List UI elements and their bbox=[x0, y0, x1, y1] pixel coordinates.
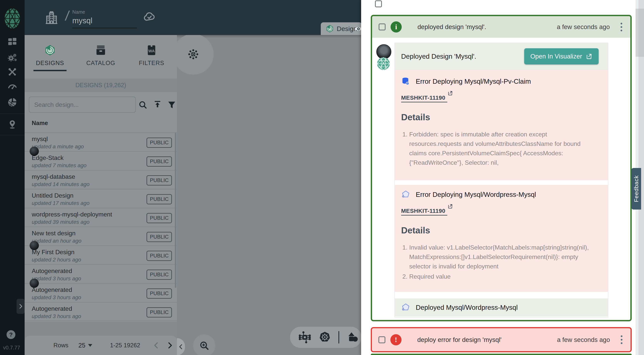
designs-table: mysql updated a minute ago PUBLIC Edge-S… bbox=[24, 132, 177, 321]
previous-page-button[interactable] bbox=[152, 341, 160, 349]
external-link-icon bbox=[447, 90, 453, 96]
meshery-avatar bbox=[377, 57, 390, 70]
design-spiral-icon bbox=[44, 44, 56, 56]
version-label: v0.7.77 bbox=[3, 345, 20, 351]
details-heading: Details bbox=[401, 112, 608, 122]
table-row[interactable]: Autogenerated updated 3 hours ago PUBLIC bbox=[24, 283, 177, 302]
zoom-in-button[interactable] bbox=[193, 334, 215, 355]
kubernetes-icon[interactable] bbox=[318, 331, 331, 344]
table-row[interactable]: Untitled Design updated 17 minutes ago P… bbox=[24, 189, 177, 208]
notification-detail: Deployed Design 'Mysql'. Open In Visuali… bbox=[372, 38, 630, 321]
shapes-icon[interactable] bbox=[346, 331, 359, 344]
lifecycle-gears-icon[interactable] bbox=[7, 52, 18, 63]
chevron-left-icon bbox=[178, 344, 184, 350]
notification-time: a few seconds ago bbox=[557, 23, 610, 31]
tab-catalog[interactable]: CATALOG bbox=[76, 35, 126, 79]
visibility-badge: PUBLIC bbox=[146, 175, 172, 185]
rows-per-page-select[interactable]: 25 bbox=[78, 342, 92, 349]
designs-panel: DESIGNS CATALOG WA FILTERS DESIGNS (19,2… bbox=[24, 35, 177, 355]
rows-label: Rows bbox=[54, 342, 68, 349]
notification-checkbox[interactable] bbox=[379, 24, 386, 31]
svg-text:WA: WA bbox=[148, 49, 154, 53]
filter-funnel-icon[interactable] bbox=[167, 100, 176, 110]
catalog-drawer-icon bbox=[95, 44, 107, 56]
tab-designs[interactable]: DESIGNS bbox=[24, 35, 76, 79]
visibility-badge: PUBLIC bbox=[146, 270, 172, 280]
performance-gauge-icon[interactable] bbox=[7, 81, 18, 92]
configuration-tools-icon[interactable] bbox=[7, 67, 18, 77]
notification-card-success: i deployed design 'mysql'. a few seconds… bbox=[371, 15, 632, 321]
search-row bbox=[24, 96, 177, 114]
design-canvas bbox=[177, 35, 361, 355]
meshery-logo-icon[interactable] bbox=[4, 8, 20, 29]
table-row[interactable]: Edge-Stack updated 7 minutes ago PUBLIC bbox=[24, 151, 177, 170]
meshery-app: ? v0.7.77 / Name Design DESIGNS CATALOG bbox=[0, 0, 644, 355]
extensions-icon[interactable] bbox=[7, 97, 18, 108]
table-row[interactable]: wordpress-mysql-deployment updated 39 mi… bbox=[24, 208, 177, 227]
notification-checkbox[interactable] bbox=[378, 336, 385, 343]
select-all-checkbox[interactable] bbox=[375, 1, 382, 7]
visibility-badge: PUBLIC bbox=[146, 213, 172, 223]
dashboard-icon[interactable] bbox=[7, 37, 18, 47]
search-input[interactable] bbox=[29, 97, 136, 113]
name-field-label: Name bbox=[72, 9, 138, 15]
user-avatar bbox=[376, 44, 391, 59]
more-options-icon[interactable] bbox=[621, 335, 622, 344]
notification-header[interactable]: i deployed design 'mysql'. a few seconds… bbox=[372, 16, 630, 38]
deployed-success-row: Deployed Mysql/Wordpress-Mysql bbox=[395, 298, 608, 316]
organization-icon[interactable] bbox=[44, 10, 59, 26]
table-row[interactable]: mysql updated a minute ago PUBLIC bbox=[24, 132, 177, 151]
external-link-icon bbox=[447, 203, 453, 209]
database-icon bbox=[401, 77, 410, 86]
table-row[interactable]: mysql-database updated 14 minutes ago PU… bbox=[24, 170, 177, 189]
list-scrollbar[interactable] bbox=[175, 133, 176, 288]
sidebar-divider bbox=[0, 114, 24, 114]
pagination-bar: Rows 25 1-25 19262 bbox=[24, 336, 177, 355]
meshkit-error-link[interactable]: MESHKIT-11190 bbox=[401, 95, 447, 102]
app-header: / Name Design bbox=[24, 0, 361, 35]
sidebar-divider bbox=[0, 135, 24, 135]
caret-down-icon bbox=[88, 344, 92, 347]
tab-filters[interactable]: WA FILTERS bbox=[126, 35, 177, 79]
upload-icon[interactable] bbox=[153, 100, 162, 109]
components-chip-icon[interactable] bbox=[298, 331, 311, 344]
sidebar-expand-button[interactable] bbox=[16, 299, 24, 314]
notification-card-error[interactable]: ! deploy error for design 'mysql' a few … bbox=[371, 327, 632, 352]
canvas-dock bbox=[290, 327, 362, 348]
help-icon[interactable]: ? bbox=[6, 330, 16, 339]
table-row[interactable]: New test design updated an hour ago PUBL… bbox=[24, 227, 177, 245]
visibility-badge: PUBLIC bbox=[146, 156, 172, 167]
open-in-visualizer-button[interactable]: Open In Visualizer bbox=[524, 48, 598, 65]
deployment-pentagon-icon bbox=[401, 303, 410, 312]
deployed-headline: Deployed Design 'Mysql'. bbox=[401, 53, 476, 60]
feedback-tab[interactable]: Feedback bbox=[631, 168, 641, 210]
external-link-icon bbox=[586, 53, 592, 60]
deployed-design-section: Deployed Design 'Mysql'. Open In Visuali… bbox=[395, 43, 608, 70]
chevron-right-icon bbox=[18, 303, 24, 309]
cloud-saved-icon[interactable] bbox=[143, 10, 156, 24]
search-icon[interactable] bbox=[138, 100, 148, 110]
owner-avatar bbox=[30, 147, 39, 156]
table-row[interactable]: Autogenerated updated 3 hours ago PUBLIC bbox=[24, 264, 177, 283]
table-row[interactable]: Autogenerated updated 3 hours ago PUBLIC bbox=[24, 302, 177, 321]
wasm-filter-icon: WA bbox=[146, 44, 158, 56]
collapse-panel-button[interactable] bbox=[177, 338, 185, 355]
canvas-node[interactable] bbox=[173, 34, 214, 75]
more-options-icon[interactable] bbox=[620, 23, 622, 31]
next-page-button[interactable] bbox=[166, 341, 174, 349]
owner-avatar bbox=[30, 241, 39, 250]
error-details-list: Invalid value: v1.LabelSelector{MatchLab… bbox=[409, 243, 597, 281]
page-scrollbar-thumb[interactable] bbox=[638, 9, 644, 57]
meshkit-error-link[interactable]: MESHKIT-11190 bbox=[401, 208, 447, 215]
deployment-detail-box: Deployed Design 'Mysql'. Open In Visuali… bbox=[394, 43, 608, 317]
notification-summary: deploy error for design 'mysql' bbox=[417, 336, 502, 343]
panel-scrollbar-thumb[interactable] bbox=[636, 9, 638, 57]
mesh-pin-icon[interactable] bbox=[7, 119, 18, 130]
design-name-input[interactable] bbox=[72, 16, 137, 28]
error-icon: ! bbox=[390, 334, 402, 345]
column-header-name: Name bbox=[32, 120, 48, 127]
deployment-pentagon-icon bbox=[401, 190, 410, 199]
visibility-badge: PUBLIC bbox=[146, 307, 172, 317]
table-row[interactable]: My First Design updated 2 hours ago PUBL… bbox=[24, 245, 177, 264]
section-gap bbox=[395, 292, 608, 298]
